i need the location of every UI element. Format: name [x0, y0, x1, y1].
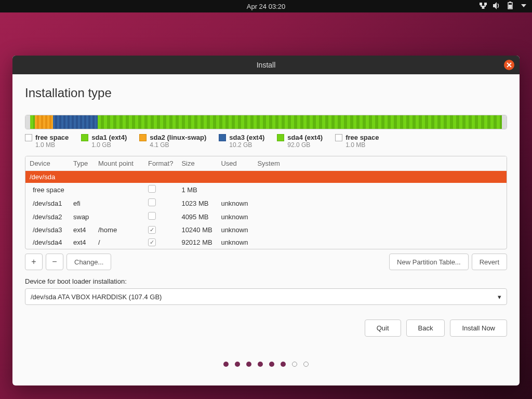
partition-segment[interactable]	[30, 115, 35, 129]
legend-text: free space1.0 MB	[35, 134, 69, 149]
cell-size: 1 MB	[177, 183, 217, 196]
top-bar: Apr 24 03:20	[0, 0, 532, 12]
col-used[interactable]: Used	[217, 156, 253, 171]
chevron-down-icon: ▾	[498, 293, 501, 301]
partition-row[interactable]: /dev/sda1 efi 1023 MB unknown	[25, 196, 507, 210]
installer-window: Install Installation type free space1.0 …	[12, 56, 520, 385]
partition-row[interactable]: /dev/sda2 swap 4095 MB unknown	[25, 210, 507, 223]
system-tray	[479, 0, 528, 12]
partition-segment[interactable]	[35, 115, 53, 129]
legend-text: sda3 (ext4)10.2 GB	[229, 134, 264, 149]
format-checkbox[interactable]	[148, 185, 156, 193]
bootloader-label: Device for boot loader installation:	[25, 277, 507, 285]
cell-format	[144, 210, 177, 223]
partition-legend: free space1.0 MB sda1 (ext4)1.0 GB sda2 …	[25, 134, 507, 149]
window-content: Installation type free space1.0 MB sda1 …	[12, 74, 520, 385]
progress-dot	[281, 362, 286, 367]
svg-marker-6	[493, 2, 497, 9]
cell-used: unknown	[217, 210, 253, 223]
svg-rect-5	[481, 6, 486, 7]
table-header-row: Device Type Mount point Format? Size Use…	[25, 156, 507, 171]
new-partition-table-button[interactable]: New Partition Table...	[389, 254, 469, 270]
partition-row[interactable]: /dev/sda	[25, 171, 507, 183]
bootloader-device-dropdown[interactable]: /dev/sda ATA VBOX HARDDISK (107.4 GB) ▾	[25, 288, 507, 305]
legend-text: sda1 (ext4)1.0 GB	[91, 134, 127, 149]
col-mount[interactable]: Mount point	[94, 156, 144, 171]
legend-item: free space1.0 MB	[25, 134, 69, 149]
partition-row[interactable]: free space 1 MB	[25, 183, 507, 196]
cell-device: /dev/sda	[25, 171, 69, 183]
title-bar[interactable]: Install	[12, 56, 520, 74]
legend-text: free space1.0 MB	[345, 134, 379, 149]
progress-dot	[223, 362, 229, 367]
partition-bar[interactable]	[25, 115, 507, 129]
change-partition-button[interactable]: Change...	[66, 254, 111, 270]
format-checkbox[interactable]	[148, 212, 156, 220]
revert-button[interactable]: Revert	[472, 254, 507, 270]
col-format[interactable]: Format?	[144, 156, 177, 171]
legend-text: sda2 (linux-swap)4.1 GB	[150, 134, 206, 149]
progress-dot	[303, 362, 309, 367]
cell-system	[253, 210, 507, 223]
progress-dot	[258, 362, 263, 367]
col-type[interactable]: Type	[69, 156, 94, 171]
back-button[interactable]: Back	[406, 320, 445, 337]
cell-device: /dev/sda4	[25, 236, 69, 248]
cell-format	[144, 171, 177, 183]
cell-type	[69, 248, 94, 249]
svg-rect-8	[509, 2, 511, 3]
nav-buttons: Quit Back Install Now	[25, 320, 507, 337]
col-device[interactable]: Device	[25, 156, 69, 171]
partition-row[interactable]: /dev/sda3 ext4 /home 10240 MB unknown	[25, 223, 507, 236]
format-checkbox[interactable]	[148, 226, 156, 234]
cell-format	[144, 223, 177, 236]
col-size[interactable]: Size	[177, 156, 217, 171]
chevron-down-icon[interactable]	[520, 2, 528, 11]
quit-button[interactable]: Quit	[365, 320, 401, 337]
format-checkbox[interactable]	[148, 198, 156, 206]
svg-rect-9	[509, 5, 512, 8]
volume-icon[interactable]	[493, 2, 501, 11]
format-checkbox[interactable]	[148, 238, 156, 246]
cell-format	[144, 248, 177, 249]
progress-dot	[292, 362, 297, 367]
cell-size: 1 MB	[177, 248, 217, 249]
partition-row[interactable]: /dev/sda4 ext4 / 92012 MB unknown	[25, 236, 507, 248]
bootloader-device-value: /dev/sda ATA VBOX HARDDISK (107.4 GB)	[31, 293, 162, 301]
legend-item: free space1.0 MB	[335, 134, 379, 149]
cell-format	[144, 196, 177, 210]
cell-type: swap	[69, 210, 94, 223]
legend-text: sda4 (ext4)92.0 GB	[287, 134, 323, 149]
cell-used	[217, 248, 253, 249]
cell-mount: /	[94, 236, 144, 248]
progress-dot	[269, 362, 274, 367]
cell-system	[253, 171, 507, 183]
legend-swatch	[277, 134, 284, 141]
remove-partition-button[interactable]: −	[46, 254, 63, 270]
legend-swatch	[219, 134, 226, 141]
progress-dots	[25, 362, 507, 376]
add-partition-button[interactable]: +	[25, 254, 43, 270]
legend-item: sda2 (linux-swap)4.1 GB	[139, 134, 206, 149]
close-button[interactable]	[504, 60, 514, 70]
partition-toolbar: + − Change... New Partition Table... Rev…	[25, 254, 507, 270]
battery-icon[interactable]	[506, 2, 514, 11]
cell-used	[217, 183, 253, 196]
partition-segment[interactable]	[98, 115, 502, 129]
cell-size	[177, 171, 217, 183]
cell-device: /dev/sda2	[25, 210, 69, 223]
partition-row[interactable]: free space 1 MB	[25, 248, 507, 249]
partition-segment[interactable]	[25, 115, 30, 129]
legend-swatch	[139, 134, 147, 141]
install-button[interactable]: Install Now	[450, 320, 507, 337]
partition-segment[interactable]	[53, 115, 98, 129]
cell-system	[253, 196, 507, 210]
cell-system	[253, 236, 507, 248]
cell-device: /dev/sda1	[25, 196, 69, 210]
cell-device: free space	[25, 183, 69, 196]
cell-type	[69, 183, 94, 196]
col-system[interactable]: System	[253, 156, 507, 171]
cell-mount	[94, 210, 144, 223]
partition-segment[interactable]	[502, 115, 507, 129]
network-icon[interactable]	[479, 2, 487, 11]
